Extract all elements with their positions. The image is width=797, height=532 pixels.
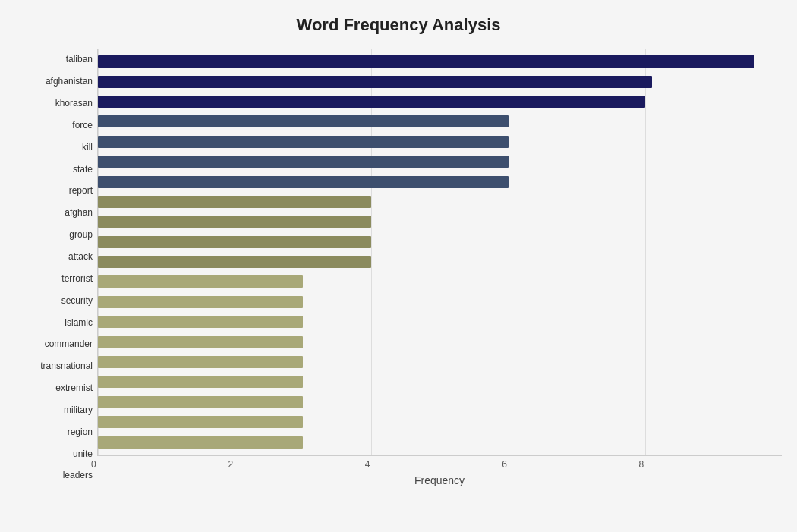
y-label-afghan: afghan bbox=[15, 208, 93, 217]
x-ticks-row: 02468 bbox=[97, 456, 782, 470]
bar-leaders bbox=[98, 436, 303, 449]
y-label-region: region bbox=[15, 427, 93, 436]
x-tick: 4 bbox=[365, 459, 370, 470]
bar-report bbox=[98, 176, 509, 188]
y-label-kill: kill bbox=[15, 143, 93, 152]
x-tick: 2 bbox=[228, 459, 233, 470]
y-label-transnational: transnational bbox=[15, 361, 93, 370]
bar-region bbox=[98, 396, 303, 408]
y-label-terrorist: terrorist bbox=[15, 274, 93, 283]
bar-row bbox=[98, 175, 782, 190]
bar-row bbox=[98, 414, 782, 430]
x-tick: 0 bbox=[91, 459, 96, 470]
y-label-attack: attack bbox=[15, 252, 93, 261]
y-label-afghanistan: afghanistan bbox=[15, 77, 93, 86]
x-tick: 6 bbox=[502, 459, 507, 470]
bar-afghanistan bbox=[98, 76, 652, 88]
bar-row bbox=[98, 335, 782, 350]
y-label-military: military bbox=[15, 405, 93, 414]
y-label-force: force bbox=[15, 121, 93, 130]
bars-wrapper bbox=[98, 49, 782, 455]
bar-force bbox=[98, 115, 509, 127]
bar-row bbox=[98, 54, 782, 69]
bar-row bbox=[98, 154, 782, 169]
bar-military bbox=[98, 376, 303, 388]
bar-security bbox=[98, 275, 303, 288]
y-labels: talibanafghanistankhorasanforcekillstate… bbox=[15, 49, 97, 486]
bar-row bbox=[98, 354, 782, 370]
bar-row bbox=[98, 274, 782, 289]
bar-row bbox=[98, 134, 782, 150]
y-label-leaders: leaders bbox=[15, 471, 93, 480]
bar-row bbox=[98, 74, 782, 90]
bar-terrorist bbox=[98, 256, 371, 268]
y-label-taliban: taliban bbox=[15, 55, 93, 64]
bar-unite bbox=[98, 416, 303, 428]
bar-khorasan bbox=[98, 96, 645, 108]
bar-attack bbox=[98, 236, 371, 248]
bar-row bbox=[98, 194, 782, 209]
bar-row bbox=[98, 254, 782, 269]
x-tick: 8 bbox=[639, 459, 644, 470]
chart-title: Word Frequency Analysis bbox=[15, 15, 782, 35]
bar-group bbox=[98, 216, 371, 228]
bar-transnational bbox=[98, 336, 303, 348]
plot-wrapper: talibanafghanistankhorasanforcekillstate… bbox=[15, 49, 782, 486]
bar-extremist bbox=[98, 356, 303, 368]
bar-row bbox=[98, 114, 782, 129]
y-label-report: report bbox=[15, 186, 93, 195]
bar-row bbox=[98, 314, 782, 329]
bar-row bbox=[98, 294, 782, 310]
bar-afghan bbox=[98, 196, 371, 208]
y-label-state: state bbox=[15, 165, 93, 174]
bar-row bbox=[98, 435, 782, 450]
bar-islamic bbox=[98, 296, 303, 308]
y-label-security: security bbox=[15, 296, 93, 305]
y-label-islamic: islamic bbox=[15, 318, 93, 327]
bar-state bbox=[98, 156, 509, 168]
bar-row bbox=[98, 395, 782, 410]
bar-row bbox=[98, 374, 782, 389]
y-label-commander: commander bbox=[15, 339, 93, 348]
plot-area bbox=[97, 49, 782, 456]
bar-row bbox=[98, 214, 782, 229]
bar-kill bbox=[98, 136, 509, 148]
bar-row bbox=[98, 235, 782, 250]
bar-row bbox=[98, 94, 782, 109]
y-label-extremist: extremist bbox=[15, 383, 93, 392]
y-label-group: group bbox=[15, 230, 93, 239]
bar-taliban bbox=[98, 55, 754, 68]
y-label-unite: unite bbox=[15, 449, 93, 458]
chart-container: Word Frequency Analysis talibanafghanist… bbox=[0, 0, 797, 532]
x-axis-label: Frequency bbox=[97, 474, 782, 486]
bar-commander bbox=[98, 316, 303, 328]
y-label-khorasan: khorasan bbox=[15, 99, 93, 108]
